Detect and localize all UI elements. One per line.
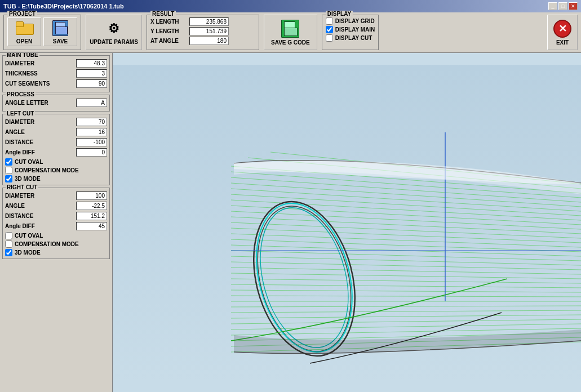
window-title: TUB - E:\Tube3D\Projects\17062014 1.tub <box>3 3 124 10</box>
left-diameter-input[interactable] <box>76 118 107 126</box>
result-group: RESULT X LENGTH Y LENGTH AT ANGLE <box>147 15 259 50</box>
right-3d-mode-row: 3D MODE <box>5 249 107 256</box>
left-diameter-label: DIAMETER <box>5 119 34 125</box>
x-length-input[interactable] <box>189 17 229 26</box>
tube-diameter-row: DIAMETER <box>5 59 107 68</box>
left-angle-label: ANGLE <box>5 129 25 135</box>
main-content: MAIN TUBE DIAMETER THICKNESS CUT SEGMENT… <box>0 53 581 392</box>
main-tube-section: MAIN TUBE DIAMETER THICKNESS CUT SEGMENT… <box>2 55 110 92</box>
main-tube-label: MAIN TUBE <box>6 53 39 58</box>
folder-icon <box>16 21 33 35</box>
minimize-button[interactable]: _ <box>548 2 557 10</box>
process-label: PROCESS <box>6 91 36 97</box>
left-distance-input[interactable] <box>76 138 107 146</box>
left-cut-section: LEFT CUT DIAMETER ANGLE DISTANCE Angle D… <box>2 114 110 185</box>
at-angle-input[interactable] <box>189 37 229 45</box>
floppy-icon <box>52 20 68 36</box>
save-button[interactable]: SAVE <box>43 17 77 46</box>
display-cut-row: DISPLAY CUT <box>326 34 375 42</box>
y-length-input[interactable] <box>189 27 229 35</box>
right-compensation-row: COMPENSATION MODE <box>5 240 107 248</box>
process-section: PROCESS ANGLE LETTER <box>2 95 110 112</box>
x-length-label: X LENGTH <box>150 19 187 25</box>
left-compensation-checkbox[interactable] <box>5 167 12 174</box>
angle-letter-row: ANGLE LETTER <box>5 99 107 107</box>
left-angle-diff-label: Angle DIFF <box>5 149 35 155</box>
gear-icon: ⚙ <box>108 21 119 36</box>
open-icon <box>15 19 33 37</box>
save-gcode-button[interactable]: SAVE G CODE <box>264 15 317 50</box>
right-angle-label: ANGLE <box>5 203 25 209</box>
at-angle-row: AT ANGLE <box>150 37 255 45</box>
right-distance-label: DISTANCE <box>5 213 33 219</box>
exit-label: EXIT <box>556 39 569 46</box>
title-bar: TUB - E:\Tube3D\Projects\17062014 1.tub … <box>0 0 581 12</box>
left-cut-oval-row: CUT OVAL <box>5 158 107 166</box>
right-distance-input[interactable] <box>76 212 107 220</box>
display-grid-checkbox[interactable] <box>326 17 333 25</box>
right-cut-label: RIGHT CUT <box>6 184 38 190</box>
display-cut-checkbox[interactable] <box>326 34 333 42</box>
left-angle-row: ANGLE <box>5 128 107 136</box>
right-cut-section: RIGHT CUT DIAMETER ANGLE DISTANCE Angle … <box>2 188 110 259</box>
at-angle-label: AT ANGLE <box>150 38 187 44</box>
save-gcode-label: SAVE G CODE <box>271 39 310 46</box>
save-icon-container <box>51 19 69 37</box>
left-cut-oval-label: CUT OVAL <box>15 159 43 165</box>
project-group: PROJECT OPEN SAVE <box>3 15 81 50</box>
window-controls: _ □ ✕ <box>548 2 578 10</box>
left-distance-row: DISTANCE <box>5 138 107 146</box>
left-angle-diff-input[interactable] <box>76 148 107 157</box>
display-main-checkbox[interactable] <box>326 26 333 33</box>
left-angle-diff-row: Angle DIFF <box>5 148 107 157</box>
exit-button[interactable]: ✕ EXIT <box>547 15 578 50</box>
x-length-row: X LENGTH <box>150 17 255 26</box>
display-group: DISPLAY DISPLAY GRID DISPLAY MAIN DISPLA… <box>322 15 379 50</box>
open-label: OPEN <box>16 38 32 44</box>
tube-visualization <box>113 53 581 392</box>
toolbar: PROJECT OPEN SAVE ⚙ <box>0 12 581 53</box>
open-button[interactable]: OPEN <box>7 17 41 46</box>
right-diameter-label: DIAMETER <box>5 193 34 199</box>
maximize-button[interactable]: □ <box>558 2 567 10</box>
right-diameter-input[interactable] <box>76 191 107 200</box>
update-params-button[interactable]: ⚙ UPDATE PARAMS <box>86 15 142 50</box>
right-3d-mode-checkbox[interactable] <box>5 249 12 256</box>
left-cut-oval-checkbox[interactable] <box>5 158 12 166</box>
left-3d-mode-checkbox[interactable] <box>5 175 12 182</box>
update-icon: ⚙ <box>105 20 123 38</box>
left-3d-mode-label: 3D MODE <box>15 176 41 182</box>
save-gcode-icon <box>281 20 299 38</box>
close-button[interactable]: ✕ <box>569 2 578 10</box>
left-compensation-row: COMPENSATION MODE <box>5 167 107 174</box>
right-cut-oval-row: CUT OVAL <box>5 232 107 239</box>
save-label: SAVE <box>53 38 68 44</box>
exit-icon: ✕ <box>553 20 571 38</box>
right-3d-mode-label: 3D MODE <box>15 250 41 256</box>
app-body: PROJECT OPEN SAVE ⚙ <box>0 12 581 392</box>
right-angle-diff-row: Angle DIFF <box>5 222 107 230</box>
display-main-label: DISPLAY MAIN <box>335 26 375 33</box>
left-panel: MAIN TUBE DIAMETER THICKNESS CUT SEGMENT… <box>0 53 113 392</box>
right-compensation-checkbox[interactable] <box>5 240 12 248</box>
display-grid-row: DISPLAY GRID <box>326 17 375 25</box>
project-group-label: PROJECT <box>7 11 37 17</box>
tube-cut-segments-input[interactable] <box>76 79 107 88</box>
right-cut-oval-checkbox[interactable] <box>5 232 12 239</box>
right-angle-row: ANGLE <box>5 202 107 210</box>
tube-diameter-input[interactable] <box>76 59 107 68</box>
left-distance-label: DISTANCE <box>5 139 33 145</box>
right-angle-input[interactable] <box>76 202 107 210</box>
left-diameter-row: DIAMETER <box>5 118 107 126</box>
left-angle-input[interactable] <box>76 128 107 136</box>
display-cut-label: DISPLAY CUT <box>335 35 372 41</box>
tube-thickness-label: THICKNESS <box>5 70 38 77</box>
tube-cut-segments-row: CUT SEGMENTS <box>5 79 107 88</box>
angle-letter-label: ANGLE LETTER <box>5 100 48 106</box>
right-angle-diff-input[interactable] <box>76 222 107 230</box>
tube-thickness-input[interactable] <box>76 69 107 78</box>
right-angle-diff-label: Angle DIFF <box>5 223 35 229</box>
angle-letter-input[interactable] <box>76 99 107 107</box>
canvas-area <box>113 53 581 392</box>
y-length-row: Y LENGTH <box>150 27 255 35</box>
